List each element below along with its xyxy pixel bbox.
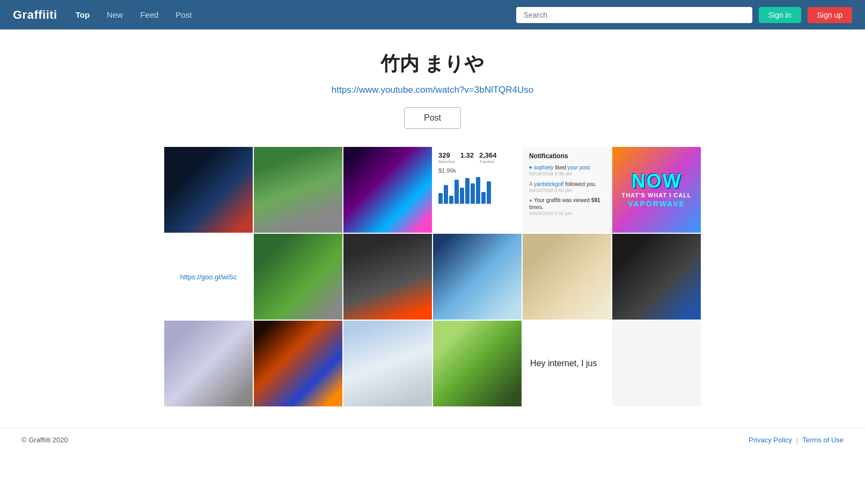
content-grid: 329Baseline 1.32 2,364Traction $1.96k <box>164 142 701 428</box>
notif-item-1: ♥ sophiely liked your post. 03/16/2018 6… <box>529 164 605 177</box>
footer-copyright: © Graffiiti 2020 <box>21 436 68 444</box>
page-title: 竹内 まりや <box>11 51 854 77</box>
analytics-traction-label: Traction <box>479 159 497 164</box>
analytics-rate-num: 1.32 <box>460 151 474 159</box>
vaporwave-sub2: VAPORWAVE <box>628 199 685 208</box>
grid-item-earth[interactable] <box>164 147 253 233</box>
grid-item-neon[interactable] <box>254 321 342 406</box>
notifications-title: Notifications <box>529 152 605 160</box>
hey-internet-text: Hey internet, I jus <box>530 359 597 368</box>
grid-item-drone[interactable] <box>523 234 611 320</box>
footer-links: Privacy Policy | Terms of Use <box>749 436 844 444</box>
signin-button[interactable]: Sign in <box>759 7 801 23</box>
analytics-sub: $1.96k <box>438 167 516 174</box>
nav-post[interactable]: Post <box>172 8 195 21</box>
nav-feed[interactable]: Feed <box>137 8 162 21</box>
post-button[interactable]: Post <box>404 107 461 129</box>
search-input[interactable] <box>516 7 752 23</box>
grid-item-hey-internet[interactable]: Hey internet, I jus <box>523 321 611 406</box>
grid-item-skateboard-trick[interactable] <box>343 234 432 320</box>
grid-item-speaker[interactable] <box>612 234 701 320</box>
grid-item-analytics[interactable]: 329Baseline 1.32 2,364Traction $1.96k <box>433 147 522 233</box>
grid-item-snowboard[interactable] <box>433 234 522 320</box>
nav-search-area: Sign in Sign up <box>516 7 852 23</box>
grid-item-notifications[interactable]: Notifications ♥ sophiely liked your post… <box>523 147 611 233</box>
navbar: Graffiiti Top New Feed Post Sign in Sign… <box>0 0 865 29</box>
grid-item-snow-town[interactable] <box>343 321 432 406</box>
image-grid: 329Baseline 1.32 2,364Traction $1.96k <box>164 147 701 406</box>
notif-item-3: ● Your graffiti was viewed 591 times. 03… <box>529 197 605 217</box>
notif-item-2: A yardstickgolf followed you. 03/16/2018… <box>529 181 605 194</box>
analytics-chart <box>438 177 516 204</box>
vaporwave-sub: THAT'S WHAT I CALL <box>621 192 691 198</box>
nav-new[interactable]: New <box>104 8 126 21</box>
analytics-baseline-num: 329 <box>438 151 455 159</box>
grid-item-galaxy[interactable] <box>343 147 432 233</box>
terms-of-use-link[interactable]: Terms of Use <box>802 436 844 444</box>
site-logo[interactable]: Graffiiti <box>13 8 57 22</box>
grid-item-empty <box>612 321 701 406</box>
privacy-policy-link[interactable]: Privacy Policy <box>749 436 792 444</box>
signup-button[interactable]: Sign up <box>808 7 852 23</box>
grid-item-jedi[interactable] <box>433 321 522 406</box>
hero-section: 竹内 まりや https://www.youtube.com/watch?v=3… <box>0 29 865 142</box>
footer-separator: | <box>796 436 798 444</box>
grid-item-skate-park[interactable] <box>254 234 342 320</box>
grid-item-url[interactable]: https://goo.gl/wiSc <box>164 234 253 320</box>
url-text: https://goo.gl/wiSc <box>180 273 237 281</box>
vaporwave-now: NOW <box>632 172 682 191</box>
nav-top[interactable]: Top <box>72 8 93 21</box>
hero-link[interactable]: https://www.youtube.com/watch?v=3bNlTQR4… <box>11 85 854 95</box>
analytics-traction-num: 2,364 <box>479 151 497 159</box>
footer: © Graffiiti 2020 Privacy Policy | Terms … <box>0 428 865 451</box>
grid-item-vaporwave[interactable]: NOW THAT'S WHAT I CALL VAPORWAVE <box>612 147 701 233</box>
analytics-baseline-label: Baseline <box>438 159 455 164</box>
grid-item-shoes[interactable] <box>164 321 253 406</box>
grid-item-skate-road[interactable] <box>254 147 342 233</box>
